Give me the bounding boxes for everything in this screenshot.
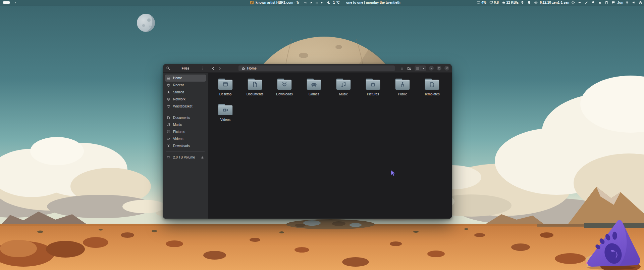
- trash-icon: [167, 104, 170, 108]
- eject-button[interactable]: [201, 155, 204, 159]
- video-icon: [167, 137, 170, 141]
- folder-templates[interactable]: Templates: [417, 78, 447, 103]
- sidebar-item-starred[interactable]: Starred: [165, 89, 206, 96]
- folder-desktop[interactable]: Desktop: [211, 78, 240, 103]
- folder-music[interactable]: Music: [329, 78, 358, 103]
- wifi-tray-icon[interactable]: [625, 1, 629, 4]
- folder-videos[interactable]: Videos: [211, 103, 240, 129]
- maximize-button[interactable]: [437, 66, 441, 71]
- folder-documents[interactable]: Documents: [240, 78, 270, 103]
- search-button[interactable]: [166, 66, 170, 70]
- more-options-button[interactable]: [400, 66, 404, 71]
- sidebar-item-label: Downloads: [173, 144, 190, 148]
- load-average-value: 0.8: [494, 1, 499, 4]
- view-toggle: [415, 65, 426, 71]
- network-speed[interactable]: 22 KB/s: [502, 1, 519, 4]
- sidebar-item-label: Documents: [173, 116, 190, 120]
- power-tray-icon[interactable]: [639, 1, 642, 4]
- sidebar-item-documents[interactable]: Documents: [165, 114, 206, 121]
- minimize-button[interactable]: [429, 66, 434, 71]
- folder-label: Public: [398, 92, 407, 96]
- window-header: Files Home: [163, 64, 452, 73]
- doc-icon: [167, 116, 170, 120]
- rewind-button[interactable]: [304, 1, 307, 4]
- gamepad-tray-icon[interactable]: [534, 1, 538, 4]
- sidebar-item-label: Music: [173, 123, 182, 127]
- sidebar-item-label: Home: [173, 76, 182, 80]
- sidebar-item-label: Videos: [173, 137, 183, 141]
- workspace-indicator[interactable]: [3, 0, 16, 5]
- folder-downloads[interactable]: Downloads: [270, 78, 299, 103]
- puzzle-tray-icon[interactable]: [591, 1, 595, 4]
- monitor-icon: [477, 1, 480, 4]
- planet-rubble: [286, 219, 375, 229]
- color-picker-tray-icon[interactable]: [585, 1, 588, 4]
- folder-pictures[interactable]: Pictures: [358, 78, 388, 103]
- sidebar-item-label: Starred: [173, 90, 184, 94]
- clipboard-tray-icon[interactable]: [605, 1, 608, 4]
- username[interactable]: Jon: [617, 1, 623, 4]
- folder-label: Pictures: [367, 92, 379, 96]
- cpu-usage[interactable]: 4%: [477, 1, 486, 4]
- menu-button[interactable]: [201, 66, 205, 70]
- network-icon: [167, 97, 170, 101]
- folder-games[interactable]: Games: [299, 78, 329, 103]
- folder-icon-desktop: [217, 78, 233, 91]
- bird-tray-icon[interactable]: [578, 1, 582, 4]
- home-icon: [241, 66, 245, 70]
- sidebar-item-2-0-tb-volume[interactable]: 2.0 TB Volume: [165, 154, 206, 161]
- sidebar-item-home[interactable]: Home: [165, 75, 206, 82]
- location-tray-icon[interactable]: [521, 1, 524, 4]
- load-average[interactable]: 0.8: [489, 1, 499, 4]
- music-title[interactable]: known artist HBR1.com - Tr: [256, 1, 300, 4]
- volume-tray-icon[interactable]: [632, 1, 636, 4]
- view-menu-button[interactable]: [422, 67, 425, 70]
- new-folder-button[interactable]: [407, 66, 412, 71]
- forward-button[interactable]: [218, 66, 222, 71]
- list-view-button[interactable]: [416, 66, 420, 70]
- folder-icon-template: [424, 78, 440, 91]
- sidebar-item-videos[interactable]: Videos: [165, 135, 206, 142]
- sidebar-item-label: Wastebasket: [173, 104, 192, 108]
- header-actions: [400, 65, 449, 71]
- sidebar-item-label: Pictures: [173, 130, 185, 134]
- folder-public[interactable]: Public: [388, 78, 417, 103]
- sidebar-item-downloads[interactable]: Downloads: [165, 142, 206, 149]
- sidebar-item-network[interactable]: Network: [165, 96, 206, 103]
- weather-widget[interactable]: 1 °C: [327, 0, 340, 5]
- previous-button[interactable]: [309, 1, 313, 4]
- chevrons-down-icon: [167, 144, 170, 148]
- system-stats: 4%0.822 KB/s: [477, 1, 519, 4]
- back-button[interactable]: [211, 66, 215, 71]
- moon-weather-icon: [327, 1, 331, 4]
- music-widget[interactable]: known artist HBR1.com - Tr: [250, 0, 330, 5]
- current-location: Home: [247, 66, 257, 70]
- folder-label: Music: [339, 92, 348, 96]
- sidebar-item-music[interactable]: Music: [165, 121, 206, 128]
- top-bar: known artist HBR1.com - Tr 1 °C one to o…: [0, 0, 644, 5]
- chat-tray-icon[interactable]: [611, 1, 615, 4]
- pause-button[interactable]: [315, 1, 318, 4]
- sidebar-item-pictures[interactable]: Pictures: [165, 128, 206, 135]
- app-title: Files: [170, 66, 201, 70]
- face-tray-icon[interactable]: [571, 1, 575, 4]
- sidebar-item-wastebasket[interactable]: Wastebasket: [165, 103, 206, 110]
- folder-icon-music: [335, 78, 352, 91]
- workspace-active-pill[interactable]: [3, 1, 10, 4]
- clock[interactable]: one to one | monday the twentieth: [346, 0, 400, 5]
- sidebar-item-recent[interactable]: Recent: [165, 82, 206, 89]
- workspace-dot[interactable]: [15, 2, 16, 3]
- path-bar[interactable]: Home: [238, 65, 395, 71]
- folder-icon-document: [247, 78, 263, 91]
- close-button[interactable]: [444, 66, 449, 71]
- tray-group-c: [625, 1, 642, 4]
- eject-tray-icon[interactable]: [598, 1, 602, 4]
- file-view[interactable]: Desktop Documents Downloads Games Music …: [208, 73, 452, 219]
- folder-icon-camera: [365, 78, 381, 91]
- shield-tray-icon[interactable]: [527, 1, 531, 4]
- clock-text: one to one | monday the twentieth: [346, 1, 400, 4]
- cpu-usage-value: 4%: [481, 1, 486, 4]
- next-button[interactable]: [321, 1, 324, 4]
- image-icon: [167, 130, 170, 134]
- monitor-icon: [489, 1, 493, 4]
